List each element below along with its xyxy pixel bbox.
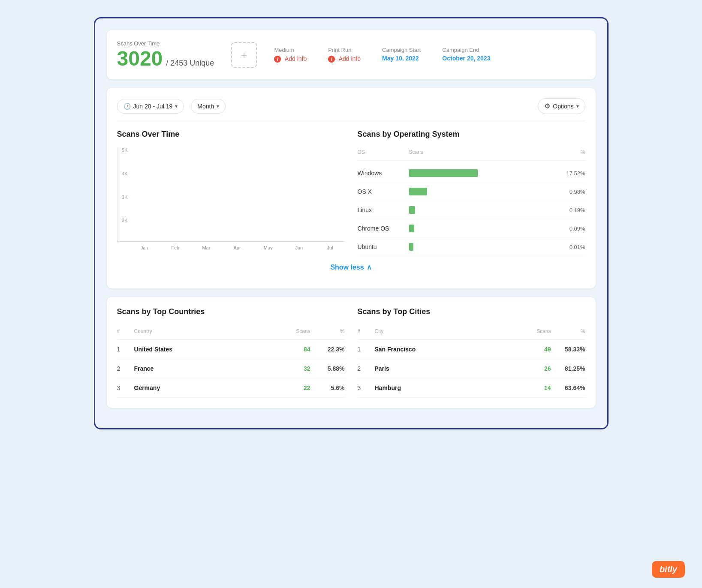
cities-table: # City Scans % 1 San Francisco 49 58.33%… [358, 325, 585, 398]
os-osx-name: OS X [358, 188, 409, 195]
medium-label: Medium [274, 47, 307, 53]
os-col-scans: Scans [409, 149, 551, 155]
x-label-jun: Jun [284, 245, 313, 250]
countries-row-2: 2 France 32 5.88% [117, 359, 345, 378]
options-button[interactable]: ⚙ Options ▾ [538, 98, 585, 114]
print-run-add-link[interactable]: Add info [339, 55, 361, 62]
cities-table-header: # City Scans % [358, 325, 585, 340]
show-less-row: Show less ∧ [117, 256, 585, 278]
country-row-2-scans: 32 [276, 365, 310, 372]
os-table: OS Scans % Windows 17.52% OS X [358, 147, 585, 256]
os-chromeos-bar-wrap [409, 225, 551, 232]
chevron-down-icon: ▾ [175, 103, 178, 109]
x-axis: Jan Feb Mar Apr May Jun Jul [117, 245, 345, 250]
os-col-pct: % [551, 149, 585, 155]
country-row-2-pct: 5.88% [310, 365, 345, 372]
bar-chart: 5K 4K 3K 2K [117, 147, 345, 242]
os-row-windows: Windows 17.52% [358, 164, 585, 183]
os-osx-bar [409, 188, 427, 195]
country-row-3-name: Germany [134, 384, 276, 391]
scans-label: Scans Over Time [117, 40, 214, 47]
cities-title: Scans by Top Cities [358, 307, 585, 316]
country-row-3-pct: 5.6% [310, 384, 345, 391]
period-label: Month [197, 103, 214, 110]
date-range-label: Jun 20 - Jul 19 [133, 103, 173, 110]
campaign-start-value: May 10, 2022 [382, 55, 421, 62]
date-range-button[interactable]: 🕐 Jun 20 - Jul 19 ▾ [117, 99, 184, 114]
options-label: Options [553, 103, 573, 110]
city-row-1-name: San Francisco [375, 346, 517, 353]
os-ubuntu-bar-wrap [409, 243, 551, 251]
scans-unique: / 2453 Unique [166, 59, 214, 68]
toolbar-right: ⚙ Options ▾ [538, 98, 585, 114]
meta-items: Medium i Add info Print Run i Add info C… [274, 47, 585, 63]
charts-card: 🕐 Jun 20 - Jul 19 ▾ Month ▾ ⚙ Options ▾ … [107, 88, 596, 288]
chart-toolbar: 🕐 Jun 20 - Jul 19 ▾ Month ▾ ⚙ Options ▾ [117, 98, 585, 121]
city-row-2-pct: 81.25% [551, 365, 585, 372]
countries-title: Scans by Top Countries [117, 307, 345, 316]
cities-section: Scans by Top Cities # City Scans % 1 San… [358, 307, 585, 398]
cities-col-num: # [358, 328, 375, 334]
tables-card: Scans by Top Countries # Country Scans %… [107, 297, 596, 408]
medium-add-link[interactable]: Add info [285, 55, 307, 62]
period-button[interactable]: Month ▾ [191, 99, 226, 114]
city-row-3-scans: 14 [517, 384, 551, 391]
os-linux-pct: 0.19% [551, 207, 585, 213]
os-linux-bar [409, 206, 415, 214]
y-label-3k: 3K [118, 195, 128, 200]
os-row-chromeos: Chrome OS 0.09% [358, 219, 585, 238]
add-image-button[interactable]: ＋ [231, 42, 257, 68]
cities-col-city: City [375, 328, 517, 334]
countries-section: Scans by Top Countries # Country Scans %… [117, 307, 345, 398]
scans-count-row: 3020 / 2453 Unique [117, 48, 214, 69]
cities-col-scans: Scans [517, 328, 551, 334]
cities-row-1: 1 San Francisco 49 58.33% [358, 340, 585, 359]
chevron-down-icon-3: ▾ [576, 103, 579, 109]
os-ubuntu-pct: 0.01% [551, 244, 585, 250]
y-label-4k: 4K [118, 171, 128, 176]
charts-grid: Scans Over Time 5K 4K 3K 2K [117, 130, 585, 256]
scans-number: 3020 [117, 48, 163, 69]
country-row-2-name: France [134, 365, 276, 372]
cities-row-2: 2 Paris 26 81.25% [358, 359, 585, 378]
page-container: Scans Over Time 3020 / 2453 Unique ＋ Med… [94, 17, 609, 429]
os-osx-pct: 0.98% [551, 189, 585, 195]
campaign-end-label: Campaign End [442, 47, 490, 53]
countries-row-1: 1 United States 84 22.3% [117, 340, 345, 359]
y-label-2k: 2K [118, 218, 128, 223]
countries-col-num: # [117, 328, 134, 334]
plus-icon: ＋ [239, 48, 249, 62]
countries-table: # Country Scans % 1 United States 84 22.… [117, 325, 345, 398]
country-row-1-pct: 22.3% [310, 346, 345, 353]
country-row-1-name: United States [134, 346, 276, 353]
countries-table-header: # Country Scans % [117, 325, 345, 340]
os-col-os: OS [358, 149, 409, 155]
tables-grid: Scans by Top Countries # Country Scans %… [117, 307, 585, 398]
os-chart-title: Scans by Operating System [358, 130, 585, 139]
os-windows-bar-wrap [409, 169, 551, 177]
city-row-1-num: 1 [358, 346, 375, 353]
show-less-button[interactable]: Show less ∧ [330, 263, 371, 271]
city-row-2-num: 2 [358, 365, 375, 372]
y-label-5k: 5K [118, 147, 128, 153]
os-chromeos-pct: 0.09% [551, 225, 585, 232]
x-label-feb: Feb [161, 245, 190, 250]
show-less-label: Show less [330, 264, 364, 271]
chevron-up-icon: ∧ [367, 263, 372, 271]
city-row-3-name: Hamburg [375, 384, 517, 391]
countries-col-country: Country [134, 328, 276, 334]
country-row-3-num: 3 [117, 384, 134, 391]
os-table-header: OS Scans % [358, 147, 585, 161]
os-windows-bar [409, 169, 478, 177]
city-row-1-scans: 49 [517, 346, 551, 353]
campaign-end-item: Campaign End October 20, 2023 [442, 47, 490, 63]
os-windows-name: Windows [358, 170, 409, 177]
clock-icon: 🕐 [124, 103, 131, 110]
campaign-start-label: Campaign Start [382, 47, 421, 53]
os-row-ubuntu: Ubuntu 0.01% [358, 238, 585, 256]
x-label-jan: Jan [130, 245, 159, 250]
os-chromeos-name: Chrome OS [358, 225, 409, 232]
os-row-linux: Linux 0.19% [358, 201, 585, 219]
os-chromeos-bar [409, 225, 414, 232]
info-icon-2: i [328, 56, 335, 63]
